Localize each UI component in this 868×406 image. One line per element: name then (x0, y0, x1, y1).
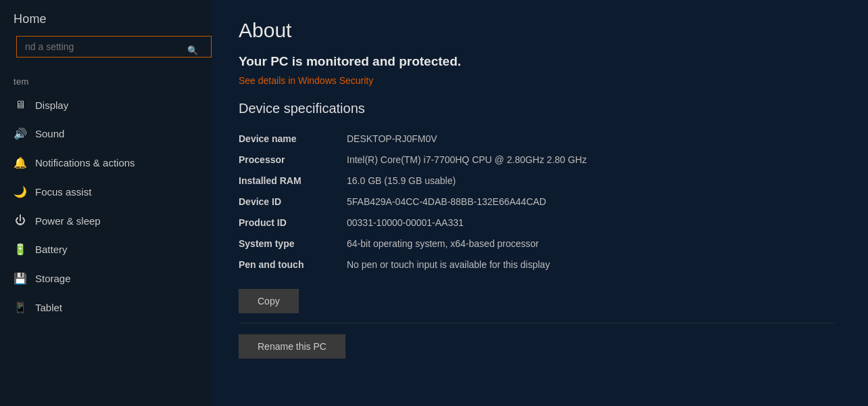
spec-value: DESKTOP-RJ0FM0V (347, 129, 834, 150)
spec-value: Intel(R) Core(TM) i7-7700HQ CPU @ 2.80GH… (347, 150, 834, 171)
sidebar-item-storage-label: Storage (35, 273, 71, 284)
table-row: System type 64-bit operating system, x64… (239, 233, 834, 254)
spec-value: 16.0 GB (15.9 GB usable) (347, 171, 834, 191)
focus-icon: 🌙 (14, 185, 27, 198)
spec-label: Processor (239, 150, 347, 171)
table-row: Device ID 5FAB429A-04CC-4DAB-88BB-132E66… (239, 191, 834, 212)
battery-icon: 🔋 (14, 243, 27, 256)
copy-button[interactable]: Copy (239, 289, 299, 313)
sidebar: Home 🔍 tem 🖥 Display 🔊 Sound 🔔 Notificat… (0, 0, 212, 406)
main-content: About Your PC is monitored and protected… (212, 0, 868, 406)
sidebar-item-display[interactable]: 🖥 Display (0, 91, 212, 119)
sidebar-home[interactable]: Home (0, 0, 212, 36)
table-row: Installed RAM 16.0 GB (15.9 GB usable) (239, 171, 834, 191)
storage-icon: 💾 (14, 272, 27, 285)
tablet-icon: 📱 (14, 301, 27, 314)
sidebar-item-display-label: Display (35, 99, 68, 111)
security-link[interactable]: See details in Windows Security (239, 75, 373, 86)
spec-label: Installed RAM (239, 171, 347, 191)
divider (239, 323, 834, 323)
spec-label: Product ID (239, 212, 347, 233)
rename-button[interactable]: Rename this PC (239, 334, 345, 359)
sidebar-item-notifications[interactable]: 🔔 Notifications & actions (0, 148, 212, 177)
specs-table: Device name DESKTOP-RJ0FM0V Processor In… (239, 129, 834, 275)
table-row: Device name DESKTOP-RJ0FM0V (239, 129, 834, 150)
sidebar-item-battery[interactable]: 🔋 Battery (0, 235, 212, 264)
sidebar-item-sound-label: Sound (35, 128, 64, 139)
system-label: tem (0, 71, 212, 91)
device-spec-title: Device specifications (239, 101, 834, 116)
display-icon: 🖥 (14, 99, 27, 111)
search-icon: 🔍 (187, 45, 198, 55)
table-row: Processor Intel(R) Core(TM) i7-7700HQ CP… (239, 150, 834, 171)
page-title: About (239, 19, 834, 42)
spec-value: 64-bit operating system, x64-based proce… (347, 233, 834, 254)
sidebar-item-storage[interactable]: 💾 Storage (0, 264, 212, 293)
table-row: Product ID 00331-10000-00001-AA331 (239, 212, 834, 233)
sidebar-item-notifications-label: Notifications & actions (35, 157, 135, 168)
sidebar-item-tablet[interactable]: 📱 Tablet (0, 293, 212, 322)
spec-label: System type (239, 233, 347, 254)
notifications-icon: 🔔 (14, 156, 27, 169)
sidebar-item-power[interactable]: ⏻ Power & sleep (0, 206, 212, 235)
protected-text: Your PC is monitored and protected. (239, 54, 834, 69)
sidebar-item-battery-label: Battery (35, 244, 68, 255)
spec-label: Pen and touch (239, 254, 347, 275)
search-wrapper: 🔍 (8, 36, 203, 64)
table-row: Pen and touch No pen or touch input is a… (239, 254, 834, 275)
spec-label: Device ID (239, 191, 347, 212)
spec-value: 00331-10000-00001-AA331 (347, 212, 834, 233)
spec-label: Device name (239, 129, 347, 150)
sidebar-item-power-label: Power & sleep (35, 215, 101, 227)
search-input[interactable] (16, 36, 212, 58)
sound-icon: 🔊 (14, 127, 27, 140)
spec-value: 5FAB429A-04CC-4DAB-88BB-132E66A44CAD (347, 191, 834, 212)
power-icon: ⏻ (14, 215, 27, 227)
sidebar-item-focus[interactable]: 🌙 Focus assist (0, 177, 212, 206)
spec-value: No pen or touch input is available for t… (347, 254, 834, 275)
sidebar-item-tablet-label: Tablet (35, 302, 62, 313)
sidebar-item-sound[interactable]: 🔊 Sound (0, 119, 212, 148)
sidebar-item-focus-label: Focus assist (35, 186, 91, 198)
